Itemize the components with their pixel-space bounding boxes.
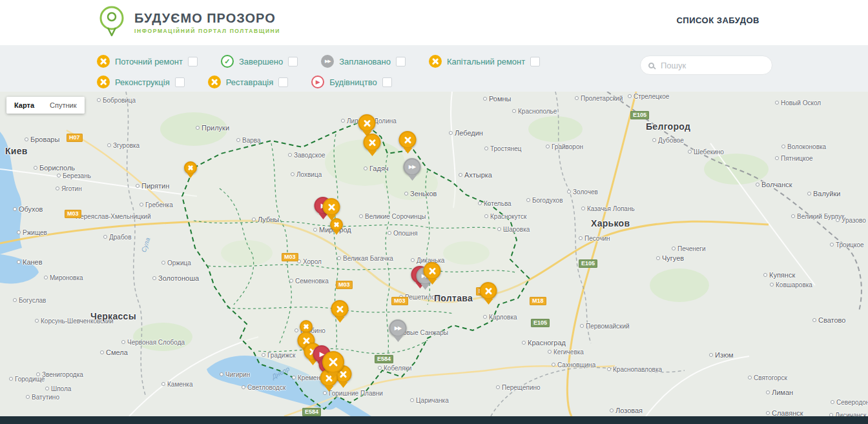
map-city-label: Хорол [297,258,322,265]
map-city-label: Шебекино [688,148,724,156]
header: БУДУЄМО ПРОЗОРО ІНФОРМАЦІЙНИЙ ПОРТАЛ ПОЛ… [0,0,868,45]
filter-checkbox[interactable] [288,57,298,66]
filter-label: Будівництво [329,77,377,87]
filter-checkbox[interactable] [530,57,540,66]
marker-pin [331,300,349,318]
marker-pin [358,114,376,132]
filter-checkbox[interactable] [382,77,392,87]
crossed-tools-icon [208,76,221,88]
map-canvas[interactable]: Карта Спутник БобровицаРомныКраснопольеП… [0,92,868,416]
map-city-label: Грайворон [546,143,583,150]
road-shield-badge: E105 [579,259,597,268]
crossed-tools-icon [324,199,339,214]
crossed-tools-icon [400,132,415,147]
footer-bar [0,416,868,424]
map-marker-yellow[interactable] [364,134,381,151]
filter-label: Реставрація [226,77,274,87]
filter-item[interactable]: ✓Завершено [221,55,298,68]
status-planned-icon: ▶▶ [321,55,334,68]
map-marker-gray[interactable]: ▶▶ [404,158,421,176]
map-city-label: Сахновщина [552,361,595,368]
marker-pin [399,131,417,148]
filter-checkbox[interactable] [396,57,406,66]
map-city-label: Гадяч [364,165,389,172]
map-marker-yellow[interactable] [330,218,343,231]
map-base-layer [0,92,868,416]
crossed-tools-icon [324,352,343,372]
marker-pin [323,198,340,216]
logo-text: БУДУЄМО ПРОЗОРО ІНФОРМАЦІЙНИЙ ПОРТАЛ ПОЛ… [134,11,280,34]
map-type-map-button[interactable]: Карта [6,97,42,114]
road-shield-badge: M03 [336,281,353,289]
map-city-label: Ватутино [26,394,59,401]
map-city-label: Полтава [434,293,473,303]
filter-item[interactable]: Поточний ремонт [97,55,198,68]
status-check-icon: ✓ [221,55,234,68]
map-city-label: Лебедин [449,129,483,137]
status-tools-icon [208,76,221,88]
map-city-label: Карловка [483,314,517,321]
map-city-label: Обухов [13,205,43,213]
map-marker-gray[interactable]: ▶▶ [389,319,407,337]
filter-checkbox[interactable] [278,77,288,87]
planned-icon: ▶▶ [409,164,415,170]
map-city-label: Белгород [646,121,690,132]
map-city-label: Каменка [161,381,193,388]
filter-label: Капітальний ремонт [447,57,525,66]
marker-pin [184,161,197,174]
map-city-label: Заводское [288,152,326,159]
map-city-label: Лиман [766,389,793,396]
map-city-label: Яготин [56,185,82,192]
map-city-label: Ромны [483,95,512,103]
map-city-label: Сватово [812,316,845,324]
map-marker-yellow[interactable] [322,351,344,373]
map-city-label: Красноград [522,339,566,347]
marker-tail [408,175,417,181]
map-city-label: Червоная Слобода [121,339,185,346]
nav-link-building-list[interactable]: СПИСОК ЗАБУДОВ [676,15,760,25]
map-marker-yellow[interactable] [300,320,313,333]
map-marker-yellow[interactable] [323,198,340,216]
app-window: БУДУЄМО ПРОЗОРО ІНФОРМАЦІЙНИЙ ПОРТАЛ ПОЛ… [0,0,868,424]
map-marker-yellow[interactable] [358,114,376,132]
marker-pin: ▶▶ [389,319,407,337]
map-city-label: Купянск [763,271,795,279]
map-marker-yellow[interactable] [424,262,441,279]
map-city-label: Уразово [836,217,866,224]
filter-label: Завершено [239,57,283,66]
filter-item[interactable]: Капітальний ремонт [429,55,540,68]
map-city-label: Смела [100,348,128,356]
status-construction-icon: ▶ [311,76,324,88]
map-marker-yellow[interactable] [480,282,497,299]
filter-item[interactable]: ▶▶Заплановано [321,55,406,68]
map-type-satellite-button[interactable]: Спутник [42,97,84,114]
search-box[interactable] [640,56,772,75]
logo[interactable]: БУДУЄМО ПРОЗОРО ІНФОРМАЦІЙНИЙ ПОРТАЛ ПОЛ… [97,5,280,41]
map-city-label: Великие Сорочинцы [359,213,426,220]
filter-checkbox[interactable] [175,77,185,87]
map-marker-yellow[interactable] [184,161,197,174]
map-city-label: Золотоноша [152,274,199,282]
map-city-label: Казачья Лопань [581,205,635,212]
filter-item[interactable]: Реставрація [208,76,289,88]
map-city-label: Пятницкое [775,155,813,162]
map-city-label: Ахтырка [459,171,492,179]
marker-tail [420,284,429,290]
filter-label: Поточний ремонт [115,57,183,66]
map-city-label: Первомайский [580,323,630,330]
crossed-tools-icon [97,76,110,88]
marker-tail [403,148,412,154]
marker-tail [328,372,338,379]
map-marker-yellow[interactable] [331,300,349,318]
filter-item[interactable]: Реконструкція [97,76,185,88]
map-city-label: Валуйки [807,190,840,197]
map-city-label: Лубны [252,216,279,223]
search-input[interactable] [659,60,764,71]
marker-tail [367,150,377,156]
filter-checkbox[interactable] [188,57,198,66]
filter-item[interactable]: ▶Будівництво [311,76,392,88]
crossed-tools-icon [333,301,347,316]
map-marker-yellow[interactable] [399,131,417,148]
map-city-label: Перещепино [496,384,541,391]
map-city-label: Пирятин [136,182,169,190]
